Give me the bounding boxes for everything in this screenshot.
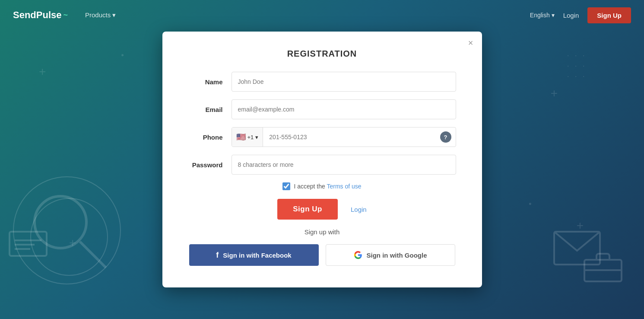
action-row: Sign Up Login bbox=[188, 199, 456, 220]
facebook-icon: f bbox=[216, 251, 219, 260]
country-code: +1 bbox=[247, 134, 254, 140]
password-input[interactable] bbox=[232, 155, 456, 175]
terms-prefix: I accept the bbox=[294, 183, 327, 190]
signup-button[interactable]: Sign Up bbox=[277, 199, 338, 220]
registration-modal: × REGISTRATION Name Email Phone 🇺🇸 +1 ▾ … bbox=[162, 32, 482, 287]
google-icon bbox=[354, 251, 362, 259]
name-field-row: Name bbox=[188, 72, 456, 92]
phone-help-icon[interactable]: ? bbox=[440, 131, 451, 143]
terms-label: I accept the Terms of use bbox=[294, 183, 361, 190]
name-label: Name bbox=[188, 78, 232, 86]
modal-title: REGISTRATION bbox=[188, 49, 456, 59]
modal-backdrop: × REGISTRATION Name Email Phone 🇺🇸 +1 ▾ … bbox=[0, 0, 644, 319]
name-input[interactable] bbox=[232, 72, 456, 92]
login-modal-link[interactable]: Login bbox=[351, 206, 367, 213]
email-field-row: Email bbox=[188, 99, 456, 119]
phone-field-row: Phone 🇺🇸 +1 ▾ ? bbox=[188, 127, 456, 147]
dropdown-arrow-icon: ▾ bbox=[255, 134, 258, 140]
social-buttons-row: f Sign in with Facebook Sign in with Goo… bbox=[188, 244, 456, 266]
phone-label: Phone bbox=[188, 134, 232, 141]
modal-close-button[interactable]: × bbox=[468, 38, 473, 47]
password-label: Password bbox=[188, 161, 232, 169]
phone-wrapper: 🇺🇸 +1 ▾ ? bbox=[232, 127, 456, 147]
terms-link[interactable]: Terms of use bbox=[327, 183, 361, 190]
terms-checkbox[interactable] bbox=[282, 182, 290, 190]
phone-country-selector[interactable]: 🇺🇸 +1 ▾ bbox=[232, 128, 263, 147]
terms-checkbox-row: I accept the Terms of use bbox=[188, 182, 456, 190]
phone-input[interactable] bbox=[263, 128, 440, 147]
sign-up-with-label: Sign up with bbox=[188, 228, 456, 236]
facebook-signin-button[interactable]: f Sign in with Facebook bbox=[189, 244, 319, 266]
email-label: Email bbox=[188, 106, 232, 113]
password-field-row: Password bbox=[188, 155, 456, 175]
email-input[interactable] bbox=[232, 99, 456, 119]
flag-icon: 🇺🇸 bbox=[236, 132, 246, 142]
facebook-btn-label: Sign in with Facebook bbox=[223, 252, 291, 259]
google-btn-label: Sign in with Google bbox=[367, 252, 427, 259]
google-signin-button[interactable]: Sign in with Google bbox=[326, 244, 455, 266]
